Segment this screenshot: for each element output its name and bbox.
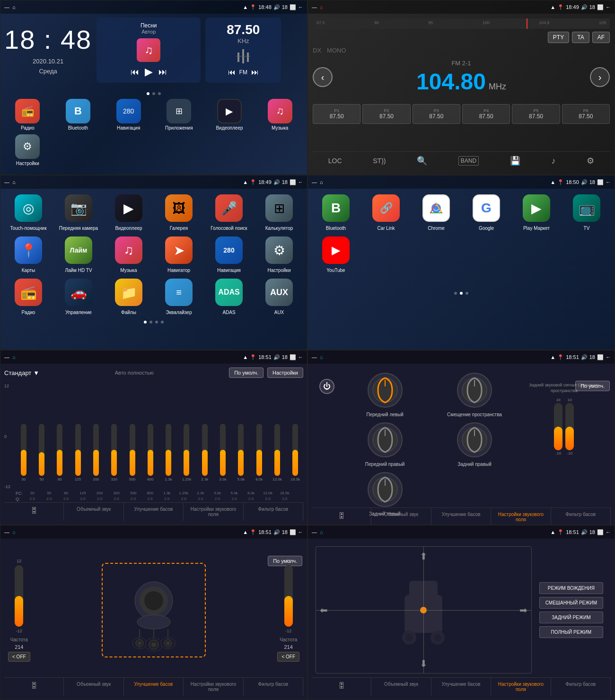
min-p8[interactable]: — [312, 529, 317, 535]
slider-320[interactable]: 320 [106, 424, 122, 481]
home-p3[interactable]: ⌂ [12, 179, 16, 185]
slider-30[interactable]: 30 [16, 424, 31, 481]
app-touch[interactable]: ◎ Touch-помощник [6, 194, 51, 231]
app-adas[interactable]: ADAS ADAS [207, 279, 251, 315]
settings-btn[interactable]: Настройки [267, 368, 303, 378]
app-tv[interactable]: 📺 TV [564, 194, 609, 231]
app-files[interactable]: 📁 Файлы [106, 279, 151, 315]
tab-bass[interactable]: Улучшение басов [124, 503, 184, 521]
right-slider-1[interactable] [554, 403, 562, 450]
app-gallery[interactable]: 🖼 Галерея [157, 194, 201, 231]
preset-p5[interactable]: P5 87.50 [512, 104, 560, 124]
app-navi2[interactable]: 280 Навигация [207, 236, 251, 273]
app-radio2[interactable]: 📻 Радио [6, 279, 51, 315]
app-settings[interactable]: ⚙ Настройки [4, 134, 51, 166]
tab-bf-p8[interactable]: Фильтр басов [551, 678, 611, 696]
save-btn[interactable]: 💾 [510, 156, 520, 166]
back-p3[interactable]: ← [298, 179, 303, 185]
tab-equalizer[interactable]: 🎛 [4, 503, 64, 521]
arrow-down[interactable]: ⬇ [420, 658, 428, 669]
slider-3k[interactable]: 3.0k [215, 424, 230, 481]
back-icon-p1[interactable]: ← [298, 4, 303, 10]
app-playmarket[interactable]: ▶ Play Маркет [514, 194, 559, 231]
preset-p6[interactable]: P6 87.50 [562, 104, 610, 124]
back-p8[interactable]: ← [606, 529, 611, 535]
home-icon[interactable]: ⌂ [12, 4, 16, 10]
tab-eq-p7[interactable]: 🎛 [4, 678, 64, 696]
app-navi1[interactable]: ➤ Навигатор [157, 236, 201, 273]
app-control[interactable]: 🚗 Управление [56, 279, 101, 315]
pty-btn[interactable]: PTY [548, 32, 569, 43]
slider-125[interactable]: 125 [70, 424, 86, 481]
app-voice[interactable]: 🎤 Голосовой поиск [207, 194, 251, 231]
home-p5[interactable]: ⌂ [12, 354, 16, 360]
mode-driving[interactable]: РЕЖИМ ВОЖДЕНИЯ [539, 582, 603, 594]
default-btn-p7[interactable]: По умолч. [268, 556, 302, 566]
tab-surround-p7[interactable]: Объемный звук [64, 678, 123, 696]
tab-sf-p8[interactable]: Настройки звукового поля [491, 678, 551, 696]
app-music[interactable]: ♫ Музыка [256, 99, 303, 131]
app-music2[interactable]: ♫ Музыка [106, 236, 151, 273]
knob-space-svg[interactable] [456, 371, 493, 409]
app-cam[interactable]: 📷 Передняя камера [56, 194, 101, 231]
tab-eq-p8[interactable]: 🎛 [312, 678, 371, 696]
arrow-left[interactable]: ⬅ [320, 604, 328, 616]
tab-sf-p7[interactable]: Настройки звукового поля [184, 678, 243, 696]
arrow-up[interactable]: ⬆ [420, 551, 428, 562]
slider-800[interactable]: 800 [142, 424, 158, 481]
off-btn-right[interactable]: < OFF [277, 652, 299, 662]
mode-full[interactable]: ПОЛНЫЙ РЕЖИМ [539, 626, 603, 638]
slider-16k[interactable]: 16.5k [288, 424, 303, 481]
app-nav[interactable]: 280 Навигация [105, 99, 152, 131]
preset-p2[interactable]: P2 87.50 [362, 104, 410, 124]
tab-bf-p7[interactable]: Фильтр басов [244, 678, 303, 696]
home-p6[interactable]: ⌂ [320, 354, 323, 360]
slider-12k[interactable]: 12.0k [269, 424, 285, 481]
back-p7[interactable]: ← [298, 529, 303, 535]
app-carlink[interactable]: 🔗 Car Link [364, 194, 408, 231]
knob-fr-svg[interactable] [366, 421, 404, 459]
tab-sound-field[interactable]: Настройки звукового поля [184, 503, 243, 521]
tab-bass-p6[interactable]: Улучшение басов [431, 508, 491, 525]
app-eq[interactable]: ≡ Эквалайзер [157, 279, 201, 315]
knob-rl-svg[interactable] [366, 471, 404, 508]
ta-btn[interactable]: TA [572, 32, 589, 43]
tune-btn[interactable]: ♪ [551, 156, 555, 166]
app-livetv[interactable]: Лайм Лайм HD TV [56, 236, 101, 273]
bass-slider-left[interactable] [15, 565, 23, 627]
app-aux[interactable]: AUX AUX [257, 279, 301, 315]
tab-bass-filter[interactable]: Фильтр басов [244, 503, 303, 521]
knob-fl-svg[interactable] [366, 371, 404, 409]
tab-bass-p8[interactable]: Улучшение басов [431, 678, 491, 696]
slider-500[interactable]: 500 [124, 424, 140, 481]
search-btn[interactable]: 🔍 [417, 156, 427, 166]
back-p5[interactable]: ← [298, 354, 303, 360]
preset-p1[interactable]: P1 87.50 [313, 104, 360, 124]
slider-2k3[interactable]: 2.3k [197, 424, 212, 481]
app-apps[interactable]: ⊞ Приложения [156, 99, 202, 131]
app-bluetooth2[interactable]: B Bluetooth [314, 194, 358, 231]
app-calc[interactable]: ⊞ Калькулятор [257, 194, 301, 231]
band-btn[interactable]: BAND [458, 156, 479, 166]
slider-8k[interactable]: 8.0k [251, 424, 267, 481]
preset-p3[interactable]: P3 87.50 [413, 104, 460, 124]
slider-200[interactable]: 200 [88, 424, 104, 481]
play-btn[interactable]: ▶ [145, 66, 153, 78]
slider-5k[interactable]: 5.0k [233, 424, 249, 481]
app-maps[interactable]: 📍 Карты [6, 236, 51, 273]
off-btn-left[interactable]: < OFF [8, 652, 30, 662]
tab-bf-p6[interactable]: Фильтр басов [551, 508, 611, 525]
tab-sf-p6[interactable]: Настройки звукового поля [491, 508, 551, 525]
min-p5[interactable]: — [4, 354, 9, 360]
tab-bass-p7[interactable]: Улучшение басов [124, 678, 184, 696]
arrow-right[interactable]: ➡ [519, 604, 527, 616]
loc-btn[interactable]: LOC [328, 157, 342, 165]
prev-btn[interactable]: ⏮ [131, 67, 139, 77]
home-p4[interactable]: ⌂ [320, 179, 323, 185]
app-google[interactable]: G Google [464, 194, 509, 231]
home-p7[interactable]: ⌂ [12, 529, 16, 535]
knob-rr-svg[interactable] [456, 421, 493, 459]
back-p2[interactable]: ← [606, 4, 611, 10]
radio-prev[interactable]: ⏮ [228, 68, 236, 77]
next-btn[interactable]: ⏭ [158, 67, 167, 77]
